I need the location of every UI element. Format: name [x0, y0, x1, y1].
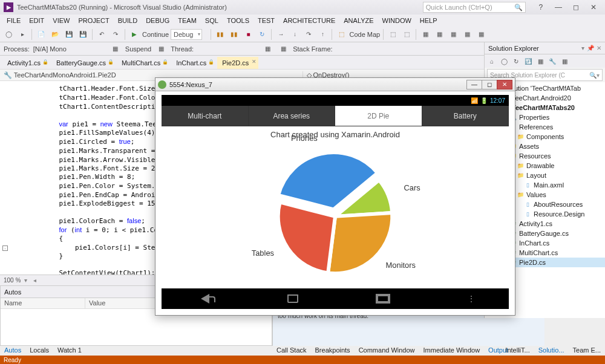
new-icon[interactable]: 📄 — [35, 28, 47, 41]
break-icon[interactable]: ▮▮ — [214, 28, 226, 41]
pause-icon[interactable]: ▮▮ — [228, 28, 240, 41]
status-text: Ready — [4, 357, 21, 363]
emu-maximize-button[interactable]: ◻ — [482, 80, 497, 89]
close-button[interactable]: ✕ — [586, 3, 601, 11]
bottom-tab[interactable]: Breakpoints — [311, 346, 355, 356]
emu-minimize-button[interactable]: — — [466, 80, 482, 89]
sol-back-icon[interactable]: ◯ — [499, 56, 509, 66]
open-icon[interactable]: 📂 — [49, 28, 61, 41]
menu-sql[interactable]: SQL — [201, 16, 223, 25]
menu-tools[interactable]: TOOLS — [223, 16, 253, 25]
menu-help[interactable]: HELP — [416, 16, 442, 25]
tab-activity1-cs[interactable]: Activity1.cs🔒 — [2, 57, 50, 69]
tab-lock-icon[interactable]: 🔒 — [162, 59, 168, 65]
find-icon[interactable]: ▦ — [419, 28, 431, 41]
step-into-icon[interactable]: ↓ — [289, 28, 301, 41]
nav-fwd-icon[interactable]: ▸ — [16, 28, 28, 41]
process-dropdown[interactable]: [N/A] Mono — [33, 45, 106, 53]
codemap-icon[interactable]: ⬚ — [335, 28, 347, 41]
tab-lock-icon[interactable]: 🔒 — [208, 59, 214, 65]
bottom-tab[interactable]: Autos — [0, 346, 25, 356]
continue-button[interactable]: Continue — [142, 31, 169, 38]
signal-icon: 📶 — [471, 97, 478, 104]
help-button[interactable]: ? — [533, 3, 549, 11]
flag-icon[interactable]: ▦ — [461, 28, 473, 41]
menu-window[interactable]: WINDOW — [378, 16, 416, 25]
menu-debug[interactable]: DEBUG — [142, 16, 174, 25]
config-dropdown[interactable]: Debug — [171, 29, 202, 40]
sol-home-icon[interactable]: ⌂ — [487, 56, 497, 66]
bottom-tab[interactable]: IntelliT... — [501, 346, 534, 356]
tab-lock-icon[interactable]: 🔒 — [42, 59, 48, 65]
emu-tab[interactable]: Area series — [249, 106, 336, 126]
hex-icon[interactable]: ⬚ — [387, 28, 399, 41]
sol-showall-icon[interactable]: ▦ — [535, 56, 545, 66]
menu-team[interactable]: TEAM — [174, 16, 201, 25]
bottom-tab[interactable]: Command Window — [355, 346, 419, 356]
redo-icon[interactable]: ↷ — [110, 28, 122, 41]
bottom-tab[interactable]: Team E... — [569, 346, 605, 356]
continue-icon[interactable]: ▶ — [128, 28, 140, 41]
tab-close-icon[interactable]: ✕ — [252, 59, 257, 65]
menu-build[interactable]: BUILD — [114, 16, 142, 25]
nav-home-icon[interactable] — [287, 294, 298, 303]
restore-button[interactable]: ◻ — [568, 3, 584, 11]
menu-analyze[interactable]: ANALYZE — [339, 16, 378, 25]
tab-batterygauge-cs[interactable]: BatteryGauge.cs🔒 — [51, 57, 116, 69]
emulator-window[interactable]: 5554:Nexus_7 — ◻ ✕ 📶 🔋 12:07 Multi-chart… — [155, 77, 515, 316]
restart-icon[interactable]: ↻ — [256, 28, 268, 41]
sf2-icon[interactable]: ▦ — [277, 43, 289, 55]
nav-recent-icon[interactable] — [377, 295, 389, 302]
outline-collapse-icon[interactable]: - — [2, 245, 8, 251]
sol-props-icon[interactable]: 🔧 — [548, 56, 557, 66]
tab-lock-icon[interactable]: 🔒 — [108, 59, 114, 65]
menu-architecture[interactable]: ARCHITECTURE — [279, 16, 339, 25]
bottom-tab[interactable]: Solutio... — [534, 346, 569, 356]
codemap-button[interactable]: Code Map — [349, 31, 380, 38]
tab-pie2d-cs[interactable]: Pie2D.cs✕ — [217, 57, 258, 69]
nav-back-icon[interactable]: ◯ — [2, 28, 15, 41]
emu-tab[interactable]: Multi-chart — [162, 106, 249, 126]
bottom-tab[interactable]: Call Stack — [272, 346, 311, 356]
menu-project[interactable]: PROJECT — [74, 16, 113, 25]
layers-icon[interactable]: ▦ — [433, 28, 445, 41]
emu-tab[interactable]: 2D Pie — [335, 106, 422, 126]
sf-icon[interactable]: ▦ — [261, 43, 273, 55]
sol-menu-icon[interactable]: ▾ — [581, 45, 584, 51]
minimize-button[interactable]: — — [551, 3, 566, 11]
undo-icon[interactable]: ↶ — [96, 28, 108, 41]
emu-tab[interactable]: Battery — [422, 106, 509, 126]
nav-back-icon[interactable] — [201, 294, 209, 304]
bottom-tab[interactable]: Watch 1 — [53, 346, 86, 356]
menu-edit[interactable]: EDIT — [25, 16, 48, 25]
tab-inchart-cs[interactable]: InChart.cs🔒 — [171, 57, 216, 69]
menu-view[interactable]: VIEW — [48, 16, 74, 25]
suspend-icon[interactable]: ▦ — [110, 43, 122, 55]
sol-pin-icon[interactable]: 📌 — [587, 45, 594, 51]
bottom-tab[interactable]: Locals — [25, 346, 53, 356]
db-icon[interactable]: ▦ — [447, 28, 459, 41]
step-out-icon[interactable]: ↑ — [316, 28, 329, 41]
nav-menu-icon[interactable]: ⋮ — [467, 297, 469, 300]
save-icon[interactable]: 💾 — [63, 28, 75, 41]
menu-test[interactable]: TEST — [253, 16, 279, 25]
emu-titlebar[interactable]: 5554:Nexus_7 — ◻ ✕ — [155, 78, 515, 91]
bottom-tab[interactable]: Immediate Window — [419, 346, 485, 356]
saveall-icon[interactable]: 💾 — [77, 28, 89, 41]
sol-close-icon[interactable]: ✕ — [597, 45, 601, 51]
quick-launch-input[interactable]: Quick Launch (Ctrl+Q) 🔍 — [423, 2, 526, 13]
col-name[interactable]: Name — [1, 298, 85, 308]
sol-collapse-icon[interactable]: ▦ — [560, 56, 569, 66]
step-over-icon[interactable]: ↷ — [302, 28, 315, 41]
next-stmt-icon[interactable]: → — [275, 28, 287, 41]
sol-refresh-icon[interactable]: 🔃 — [523, 56, 533, 66]
sol-sync-icon[interactable]: ↻ — [511, 56, 521, 66]
stop-icon[interactable]: ■ — [242, 28, 254, 41]
tab-multichart-cs[interactable]: MultiChart.cs🔒 — [117, 57, 170, 69]
emu-close-button[interactable]: ✕ — [497, 80, 512, 89]
zoom-dropdown[interactable]: 100 % — [4, 277, 21, 284]
misc-icon[interactable]: ▦ — [475, 28, 487, 41]
menu-file[interactable]: FILE — [2, 16, 25, 25]
tool1-icon[interactable]: ⬚ — [401, 28, 413, 41]
thread-icon[interactable]: ▦ — [155, 43, 167, 55]
